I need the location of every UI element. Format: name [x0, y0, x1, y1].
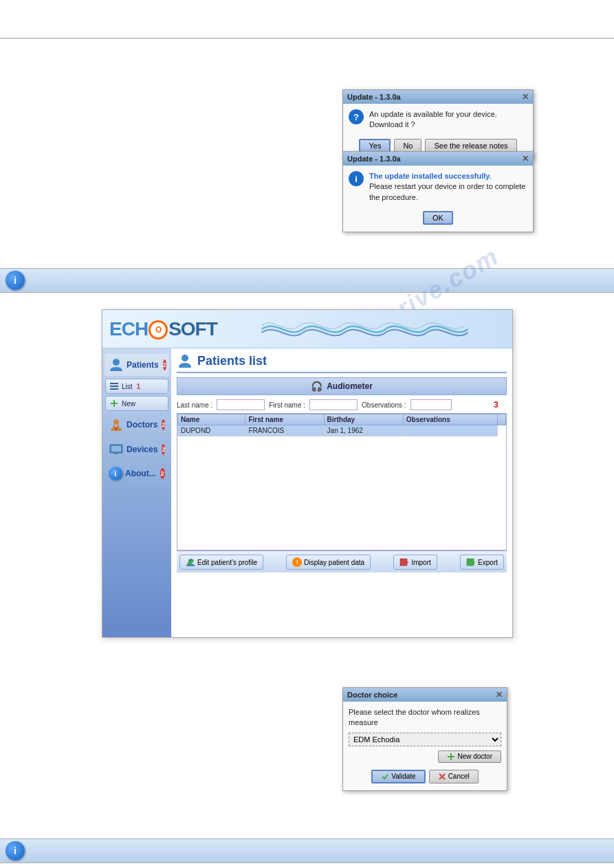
update-dialog-2-title: Update - 1.3.0a: [347, 155, 401, 163]
logo-o: O: [149, 320, 168, 340]
bottom-buttons: Edit patient's profile ! Display patient…: [177, 550, 507, 572]
svg-rect-3: [110, 388, 118, 390]
svg-rect-5: [111, 403, 118, 404]
validate-button[interactable]: Validate: [371, 770, 425, 783]
doctor-dialog-message: Please select the doctor whom realizes m…: [349, 707, 501, 728]
info-icon: i: [349, 171, 364, 186]
list-button[interactable]: List 1: [105, 379, 168, 394]
table-row[interactable]: DUPONDFRANCOISJan 1, 1962: [178, 425, 506, 436]
update-dialog-2-buttons: OK: [349, 208, 527, 226]
svg-point-6: [113, 419, 119, 425]
display-icon: !: [292, 557, 302, 567]
cell-name: DUPOND: [178, 425, 245, 436]
doctor-dialog-body: Please select the doctor whom realizes m…: [343, 702, 507, 790]
col-name: Name: [178, 414, 245, 425]
doctor-dialog-close[interactable]: ✕: [496, 690, 503, 700]
update-dialog-2-titlebar: Update - 1.3.0a ✕: [343, 152, 533, 166]
devices-badge: 2: [162, 444, 165, 455]
svg-point-7: [115, 427, 118, 430]
cancel-button[interactable]: Cancel: [429, 770, 479, 783]
update-dialog-1-msg1: An update is available for your device.: [369, 109, 497, 120]
import-label: Import: [411, 559, 430, 566]
export-button[interactable]: Export: [460, 555, 504, 570]
update-dialog-2-icon-row: i The update installed successfully. Ple…: [349, 171, 527, 203]
cell-observations: [403, 425, 497, 436]
cell-birthday: Jan 1, 1962: [324, 425, 403, 436]
app-logo: ECHOSOFT: [109, 318, 217, 340]
sidebar-item-about[interactable]: i About... 2: [105, 463, 169, 484]
list-label: List: [122, 383, 133, 390]
update-dialog-2-msg1: The update installed successfully.: [369, 171, 527, 181]
search-firstname-label: First name :: [269, 401, 305, 409]
app-content: Patients 2 List 1: [102, 348, 512, 637]
edit-icon: [186, 557, 195, 567]
top-rule: [0, 38, 614, 38]
audiometer-container: 🎧 Audiometer 3: [177, 377, 507, 395]
col-birthday: Birthday: [324, 414, 403, 425]
patients-badge: 2: [163, 359, 166, 370]
patients-label: Patients: [127, 360, 159, 370]
about-badge: 2: [160, 468, 165, 479]
col-observations: Observations: [403, 414, 497, 425]
edit-profile-button[interactable]: Edit patient's profile: [179, 555, 263, 570]
patients-header-icon: [177, 353, 193, 369]
question-icon: ?: [349, 109, 364, 124]
cancel-label: Cancel: [448, 772, 470, 780]
list-icon: [109, 381, 119, 391]
new-doctor-icon: [447, 753, 455, 761]
patients-header: Patients list: [177, 353, 507, 373]
update-yes-button[interactable]: Yes: [359, 139, 391, 153]
new-label: New: [122, 400, 135, 408]
patients-table: Name First name Birthday Observations DU…: [177, 414, 506, 436]
update-dialog-2-close[interactable]: ✕: [522, 154, 529, 164]
update-no-button[interactable]: No: [394, 139, 421, 153]
update-dialog-1-title: Update - 1.3.0a: [347, 93, 401, 101]
search-lastname-input[interactable]: [217, 399, 265, 410]
sidebar-item-patients[interactable]: Patients 2: [105, 354, 169, 376]
svg-rect-1: [110, 383, 118, 384]
display-patient-button[interactable]: ! Display patient data: [286, 555, 371, 570]
update-dialog-1-titlebar: Update - 1.3.0a ✕: [343, 90, 533, 104]
search-observations-input[interactable]: [410, 399, 452, 410]
new-doctor-button[interactable]: New doctor: [438, 750, 501, 763]
patients-title: Patients list: [197, 354, 267, 368]
info-ball-top: i: [6, 271, 25, 290]
new-icon: [109, 399, 119, 408]
list-badge: 1: [137, 383, 141, 390]
update-dialog-2-text: The update installed successfully. Pleas…: [369, 171, 527, 203]
app-window: ECHOSOFT Patients 2: [102, 309, 513, 638]
wave-decoration: [224, 312, 505, 346]
export-label: Export: [478, 559, 498, 566]
badge-3: 3: [494, 399, 498, 410]
sidebar-item-doctors[interactable]: Doctors 2: [105, 414, 169, 436]
svg-rect-10: [114, 453, 118, 454]
devices-label: Devices: [127, 445, 157, 454]
svg-point-0: [113, 359, 120, 366]
new-doctor-label: New doctor: [457, 753, 492, 760]
patients-table-container[interactable]: Name First name Birthday Observations DU…: [177, 413, 507, 550]
update-dialog-1-close[interactable]: ✕: [522, 92, 529, 102]
main-area: Patients list 🎧 Audiometer 3 Last name :…: [171, 348, 512, 637]
update-notes-button[interactable]: See the release notes: [425, 139, 516, 153]
update-dialog-1: Update - 1.3.0a ✕ ? An update is availab…: [342, 89, 534, 160]
doctor-choice-dialog: Doctor choice ✕ Please select the doctor…: [342, 687, 507, 791]
doctor-select[interactable]: EDM Echodia: [349, 733, 501, 746]
cancel-icon: [438, 772, 446, 781]
validate-icon: [381, 772, 389, 781]
patients-icon: [109, 357, 124, 372]
search-lastname-label: Last name :: [177, 401, 212, 409]
info-bar-top: i: [0, 268, 614, 293]
search-row: Last name : First name : Observations :: [177, 399, 507, 410]
about-label: About...: [125, 469, 156, 478]
sidebar-item-devices[interactable]: Devices 2: [105, 438, 169, 460]
audiometer-bar[interactable]: 🎧 Audiometer: [177, 377, 507, 395]
table-header-row: Name First name Birthday Observations: [178, 414, 506, 425]
import-button[interactable]: Import: [393, 555, 437, 570]
new-button[interactable]: New: [105, 396, 168, 411]
sidebar: Patients 2 List 1: [102, 348, 171, 637]
logo-soft: SOFT: [168, 318, 217, 340]
update-ok-button[interactable]: OK: [423, 211, 453, 225]
update-dialog-1-text: An update is available for your device. …: [369, 109, 497, 131]
update-dialog-2-body: i The update installed successfully. Ple…: [343, 166, 533, 232]
search-firstname-input[interactable]: [309, 399, 358, 410]
